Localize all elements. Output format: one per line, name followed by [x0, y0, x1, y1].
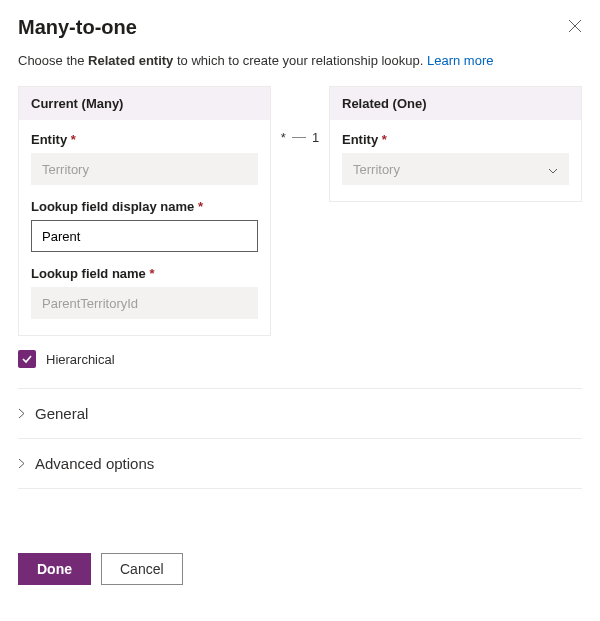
connector-one: 1 [312, 130, 319, 145]
entity-label: Entity * [31, 132, 258, 147]
advanced-section-label: Advanced options [35, 455, 154, 472]
related-entity-label: Entity * [342, 132, 569, 147]
learn-more-link[interactable]: Learn more [427, 53, 493, 68]
hierarchical-checkbox[interactable] [18, 350, 36, 368]
intro-text: Choose the Related entity to which to cr… [18, 53, 582, 68]
relationship-connector: * 1 [271, 86, 329, 145]
lookup-name-label: Lookup field name * [31, 266, 258, 281]
lookup-field-name-input: ParentTerritoryId [31, 287, 258, 319]
lookup-display-name-input[interactable] [31, 220, 258, 252]
general-section-label: General [35, 405, 88, 422]
chevron-right-icon [18, 455, 25, 472]
hierarchical-label: Hierarchical [46, 352, 115, 367]
chevron-down-icon [548, 162, 558, 177]
connector-many: * [281, 130, 286, 145]
close-icon[interactable] [568, 16, 582, 38]
intro-prefix: Choose the [18, 53, 88, 68]
chevron-right-icon [18, 405, 25, 422]
cancel-button[interactable]: Cancel [101, 553, 183, 585]
divider [18, 488, 582, 489]
advanced-section-toggle[interactable]: Advanced options [18, 439, 582, 488]
current-panel: Current (Many) Entity * Territory Lookup… [18, 86, 271, 336]
related-entity-select[interactable]: Territory [342, 153, 569, 185]
lookup-display-label: Lookup field display name * [31, 199, 258, 214]
intro-bold: Related entity [88, 53, 173, 68]
current-panel-header: Current (Many) [19, 87, 270, 120]
general-section-toggle[interactable]: General [18, 389, 582, 438]
panel-title: Many-to-one [18, 16, 137, 39]
done-button[interactable]: Done [18, 553, 91, 585]
current-entity-field: Territory [31, 153, 258, 185]
related-panel: Related (One) Entity * Territory [329, 86, 582, 202]
intro-suffix: to which to create your relationship loo… [173, 53, 427, 68]
related-entity-value: Territory [353, 162, 400, 177]
related-panel-header: Related (One) [330, 87, 581, 120]
